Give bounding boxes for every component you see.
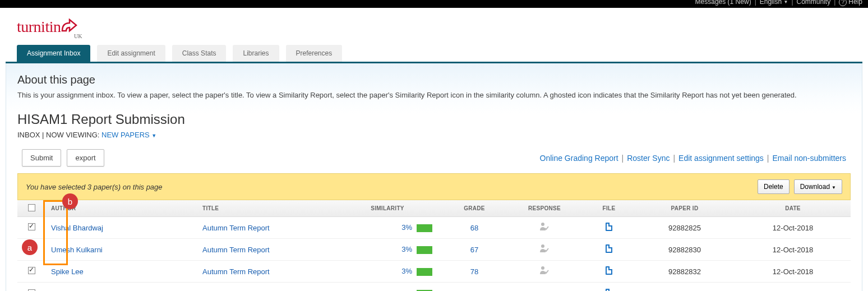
header-paper-id[interactable]: PAPER ID [634,200,735,217]
row-checkbox[interactable] [28,289,35,291]
annotation-label-a: a [22,239,38,255]
dot-icon: • [543,288,546,291]
selection-count-text: You have selected 3 paper(s) on this pag… [26,183,163,191]
download-button[interactable]: Download▼ [794,179,842,194]
viewing-prefix: INBOX | NOW VIEWING: [17,131,101,139]
submit-button[interactable]: Submit [22,149,61,167]
grade-link[interactable]: 67 [470,246,478,254]
header-similarity[interactable]: SIMILARITY [331,200,444,217]
filter-dropdown[interactable]: NEW PAPERS ▼ [101,131,156,139]
logo-text: turnitin [17,18,61,35]
separator: | [767,154,769,163]
toolbar-right: Online Grading Report | Roster Sync | Ed… [540,154,847,163]
tab-class-stats[interactable]: Class Stats [172,45,227,62]
title-link[interactable]: Autumn Term Report [202,267,270,276]
select-all-checkbox[interactable] [28,204,35,211]
date: 12-Oct-2018 [735,283,851,291]
delete-button[interactable]: Delete [758,179,789,194]
paper-id: 92882830 [634,239,735,261]
header-grade[interactable]: GRADE [444,200,505,217]
person-check-icon [539,267,550,276]
file-icon[interactable] [606,244,612,253]
header-file[interactable]: FILE [584,200,634,217]
title-link[interactable]: Autumn Term Report [202,246,270,254]
table-row: Umesh KulkarniAutumn Term Report3%679288… [17,239,851,261]
person-check-icon [539,223,550,233]
date: 12-Oct-2018 [735,239,851,261]
edit-settings-link[interactable]: Edit assignment settings [678,154,764,163]
page-title: HISAM1 Report Submission [17,112,851,127]
tab-libraries[interactable]: Libraries [233,45,279,62]
similarity-bar[interactable] [417,246,432,254]
similarity-bar[interactable] [417,224,432,232]
language-selector[interactable]: English ▼ [760,0,788,6]
similarity-link[interactable]: 3% [401,223,412,232]
person-check-icon [539,245,550,255]
svg-point-2 [541,266,544,270]
table-row: Vishal BhardwajAutumn Term Report3%68928… [17,217,851,239]
chevron-down-icon: ▼ [783,0,788,4]
about-title: About this page [17,73,851,86]
table-header-row: AUTHOR TITLE SIMILARITY GRADE RESPONSE F… [17,200,851,217]
toolbar: Submit export Online Grading Report | Ro… [17,149,851,167]
svg-point-1 [541,244,544,248]
selection-bar: You have selected 3 paper(s) on this pag… [17,173,851,200]
about-description: This is your assignment inbox. To view a… [17,91,851,99]
header-title[interactable]: TITLE [197,200,331,217]
annotation-label-b: b [62,193,78,209]
separator: | [755,0,756,6]
date: 12-Oct-2018 [735,261,851,283]
title-link[interactable]: Autumn Term Report [202,224,270,232]
toolbar-left: Submit export [22,149,104,167]
tabs: Assignment InboxEdit assignmentClass Sta… [17,45,851,62]
chevron-down-icon: ▼ [832,185,836,190]
paper-id: 92882832 [634,261,735,283]
grade-link[interactable]: 78 [470,267,478,276]
svg-point-0 [541,223,544,226]
file-icon[interactable] [606,223,612,231]
table-wrap: AUTHOR TITLE SIMILARITY GRADE RESPONSE F… [17,200,851,291]
similarity-bar[interactable] [417,268,432,276]
row-checkbox[interactable] [28,267,35,274]
header-date[interactable]: DATE [735,200,851,217]
similarity-link[interactable]: 3% [401,267,412,275]
tab-assignment-inbox[interactable]: Assignment Inbox [17,45,90,62]
separator: | [834,0,835,6]
file-icon[interactable] [606,289,612,291]
selection-actions: Delete Download▼ [758,179,842,194]
table-row: Sandra NashaatAutumn Term Report3%85•928… [17,283,851,291]
tab-preferences[interactable]: Preferences [286,45,343,62]
header: turnitin UK Assignment InboxEdit assignm… [0,12,868,62]
grade-link[interactable]: 68 [470,224,478,232]
separator: | [622,154,624,163]
author-link[interactable]: Vishal Bhardwaj [51,224,103,232]
help-icon: ? [839,0,847,6]
date: 12-Oct-2018 [735,217,851,239]
separator: | [673,154,675,163]
content: About this page This is your assignment … [6,63,862,291]
logo[interactable]: turnitin UK [17,18,851,38]
roster-sync-link[interactable]: Roster Sync [627,154,670,163]
grading-report-link[interactable]: Online Grading Report [540,154,618,163]
community-link[interactable]: Community [797,0,831,6]
export-button[interactable]: export [67,149,104,167]
messages-link[interactable]: Messages (1 New) [695,0,751,6]
header-response[interactable]: RESPONSE [505,200,584,217]
similarity-link[interactable]: 3% [401,245,412,253]
viewing-filter-line: INBOX | NOW VIEWING: NEW PAPERS ▼ [17,131,851,139]
file-icon[interactable] [606,266,612,275]
logo-suffix: UK [74,33,82,39]
separator: | [791,0,793,6]
top-bar: Messages (1 New) | English ▼ | Community… [0,0,868,8]
paper-id: 92882825 [634,217,735,239]
help-link[interactable]: ?Help [839,0,862,6]
submissions-table: AUTHOR TITLE SIMILARITY GRADE RESPONSE F… [17,200,851,291]
row-checkbox[interactable] [28,223,35,230]
email-nonsubmitters-link[interactable]: Email non-submitters [773,154,847,163]
tab-edit-assignment[interactable]: Edit assignment [97,45,165,62]
author-link[interactable]: Umesh Kulkarni [51,246,103,254]
header-checkbox-cell [17,200,45,217]
table-row: Spike LeeAutumn Term Report3%78928828321… [17,261,851,283]
author-link[interactable]: Spike Lee [51,267,84,276]
chevron-down-icon: ▼ [151,133,156,138]
